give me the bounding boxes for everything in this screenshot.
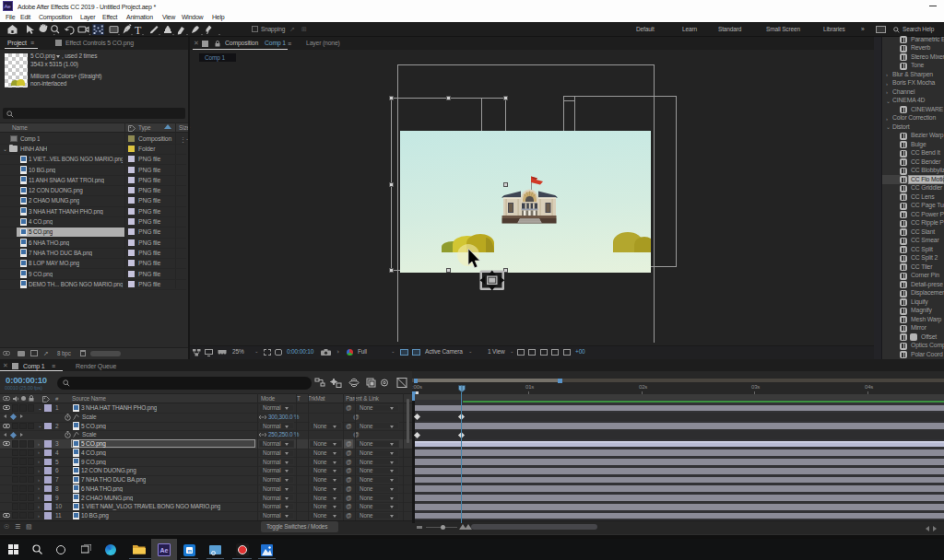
- svg-text:T: T: [135, 24, 142, 37]
